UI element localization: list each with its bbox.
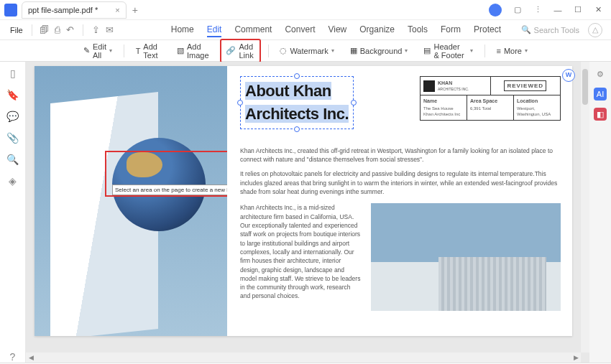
- file-menu[interactable]: File: [4, 24, 29, 37]
- document-canvas[interactable]: Select an area on the page to create a n…: [26, 62, 589, 363]
- search-panel-icon[interactable]: 🔍: [6, 154, 19, 165]
- selected-text-frame[interactable]: About Khan Architects Inc.: [240, 76, 354, 129]
- pencil-icon: ✎: [83, 46, 90, 55]
- more-button[interactable]: ≡More▾: [492, 45, 532, 57]
- close-window-button[interactable]: ✕: [589, 3, 607, 17]
- tab-organize[interactable]: Organize: [359, 23, 395, 37]
- print-icon[interactable]: ⎙: [55, 24, 60, 36]
- link-selection-highlight: Select an area on the page to create a n…: [105, 151, 227, 197]
- add-text-button[interactable]: TAdd Text: [132, 40, 165, 62]
- header-footer-icon: ▤: [423, 46, 431, 55]
- paragraph-2: It relies on photovoltaic panels for ele…: [240, 169, 561, 196]
- document-tab[interactable]: ppt file-sample.pdf * ×: [22, 1, 127, 19]
- brand-logo-icon: [423, 80, 435, 92]
- document-title-line1: About Khan: [245, 80, 349, 103]
- tab-convert[interactable]: Convert: [285, 23, 315, 37]
- tab-edit[interactable]: Edit: [207, 23, 222, 37]
- share-icon[interactable]: ⇪: [92, 24, 100, 36]
- right-sidebar: ⚙ AI ◧: [589, 62, 611, 363]
- maximize-button[interactable]: ☐: [569, 3, 587, 17]
- tab-tools[interactable]: Tools: [408, 23, 428, 37]
- background-button[interactable]: ▦Background▾: [346, 44, 413, 57]
- user-avatar[interactable]: [489, 4, 502, 17]
- vertical-scrollbar[interactable]: [581, 62, 589, 353]
- link-icon: 🔗: [226, 46, 236, 55]
- app-icon: [4, 4, 17, 17]
- document-title-line2: Architects Inc.: [245, 103, 349, 126]
- pdf-tools-icon[interactable]: ◧: [594, 108, 607, 121]
- undo-icon[interactable]: ↶: [66, 24, 74, 36]
- left-sidebar: ▯ 🔖 💬 📎 🔍 ◈ ?: [0, 62, 26, 363]
- layers-icon[interactable]: ◈: [9, 175, 17, 187]
- info-card: KHAN ARCHITECTS INC. REVIEWED NameThe Se…: [420, 76, 561, 121]
- titlebar: ppt file-sample.pdf * × + ▢ ⋮ — ☐ ✕: [0, 0, 611, 20]
- edit-toolbar: ✎Edit All▾ TAdd Text ▧Add Image 🔗Add Lin…: [0, 40, 611, 62]
- building-photo: [371, 203, 561, 311]
- help-sidebar-icon[interactable]: ?: [10, 351, 16, 363]
- tab-comment[interactable]: Comment: [234, 23, 272, 37]
- bookmark-icon[interactable]: 🔖: [6, 89, 19, 101]
- menubar: File 🗐 ⎙ ↶ ⇪ ✉ Home Edit Comment Convert…: [0, 20, 611, 40]
- add-image-button[interactable]: ▧Add Image: [173, 40, 213, 62]
- attachment-icon[interactable]: 📎: [6, 132, 19, 144]
- feedback-icon[interactable]: ▢: [509, 3, 526, 17]
- save-icon[interactable]: 🗐: [40, 24, 49, 36]
- tab-home[interactable]: Home: [171, 23, 194, 37]
- ribbon-tabs: Home Edit Comment Convert View Organize …: [171, 23, 501, 37]
- horizontal-scrollbar[interactable]: ◀ ▶: [26, 353, 581, 363]
- email-icon[interactable]: ✉: [106, 24, 114, 36]
- search-placeholder[interactable]: Search Tools: [534, 26, 579, 34]
- edit-all-button[interactable]: ✎Edit All▾: [79, 40, 116, 62]
- settings-panel-icon[interactable]: ⚙: [594, 67, 607, 80]
- scroll-right-arrow[interactable]: ▶: [571, 354, 581, 361]
- thumbnails-icon[interactable]: ▯: [10, 67, 16, 79]
- more-icon: ≡: [497, 47, 501, 55]
- help-icon[interactable]: △: [588, 23, 602, 37]
- image-icon: ▧: [177, 46, 184, 55]
- comment-panel-icon[interactable]: 💬: [6, 111, 19, 122]
- add-link-button[interactable]: 🔗Add Link: [220, 39, 260, 63]
- reviewed-stamp: REVIEWED: [504, 80, 546, 92]
- word-export-badge[interactable]: W: [562, 69, 575, 82]
- link-hint-tooltip: Select an area on the page to create a n…: [112, 185, 227, 195]
- minimize-button[interactable]: —: [549, 3, 566, 17]
- close-tab-icon[interactable]: ×: [115, 6, 119, 14]
- header-footer-button[interactable]: ▤Header & Footer▾: [419, 40, 477, 62]
- paragraph-1: Khan Architects Inc., created this off-g…: [240, 146, 561, 164]
- new-tab-button[interactable]: +: [132, 4, 138, 16]
- tab-form[interactable]: Form: [441, 23, 461, 37]
- kebab-menu-icon[interactable]: ⋮: [529, 3, 546, 17]
- tab-title: ppt file-sample.pdf *: [28, 6, 98, 14]
- paragraph-3: Khan Architects Inc., is a mid-sized arc…: [240, 203, 362, 311]
- ai-panel-icon[interactable]: AI: [594, 88, 607, 101]
- search-icon: 🔍: [521, 25, 531, 34]
- background-icon: ▦: [350, 46, 357, 55]
- text-icon: T: [136, 47, 141, 55]
- page-hero-image: Select an area on the page to create a n…: [35, 66, 227, 336]
- tab-protect[interactable]: Protect: [474, 23, 501, 37]
- watermark-button[interactable]: ◌Watermark▾: [275, 44, 338, 57]
- watermark-icon: ◌: [280, 46, 287, 55]
- scroll-left-arrow[interactable]: ◀: [26, 354, 36, 361]
- tab-view[interactable]: View: [328, 23, 346, 37]
- pdf-page: Select an area on the page to create a n…: [35, 66, 572, 336]
